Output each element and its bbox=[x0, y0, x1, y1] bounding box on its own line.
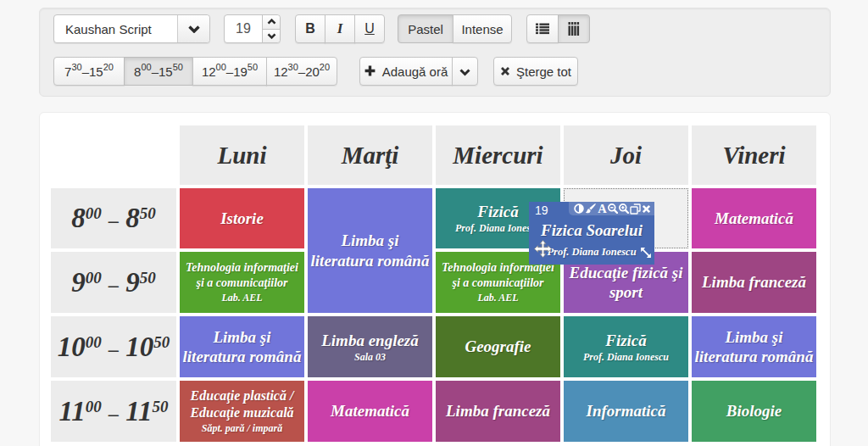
lesson-cell[interactable]: Limba şi literatura română bbox=[180, 316, 304, 377]
time-minutes-sup: 50 bbox=[140, 204, 156, 222]
table-row: 1000 – 1050 Limba şi literatura română L… bbox=[51, 316, 816, 377]
preset-dash: – bbox=[152, 64, 159, 79]
lesson-cell[interactable]: Biologie bbox=[692, 381, 816, 442]
lesson-cell[interactable]: Geografie bbox=[436, 316, 560, 377]
preset-730-1520[interactable]: 730–1520 bbox=[53, 57, 125, 86]
lesson-title-line: Limba şi bbox=[341, 231, 398, 249]
chevron-down-icon bbox=[459, 64, 470, 79]
preset-1230-2020[interactable]: 1230–2020 bbox=[266, 57, 337, 86]
font-size-spinner[interactable]: 19 bbox=[224, 14, 281, 43]
lesson-title-line: şi a comunicaţiilor bbox=[196, 276, 287, 289]
lesson-cell[interactable]: Informatică bbox=[564, 381, 688, 442]
time-hour: 9 bbox=[71, 267, 86, 298]
corner-cell bbox=[51, 125, 176, 185]
lesson-title-line: Fizică bbox=[477, 203, 519, 220]
lesson-cell[interactable]: Limba şi literatura română bbox=[692, 316, 816, 377]
time-hour: 8 bbox=[71, 203, 86, 233]
time-hour: 11 bbox=[125, 396, 152, 426]
font-family-select[interactable]: Kaushan Script bbox=[53, 14, 210, 43]
lesson-title-line: Fizică bbox=[605, 332, 647, 349]
lesson-cell[interactable]: Limba franceză bbox=[692, 252, 816, 313]
text-style-group: B I U bbox=[295, 14, 385, 43]
font-icon[interactable]: A bbox=[597, 203, 608, 214]
spin-down-icon[interactable] bbox=[262, 30, 280, 43]
move-icon[interactable] bbox=[534, 240, 552, 261]
preset-minutes-sup: 50 bbox=[248, 62, 258, 72]
zoom-in-icon[interactable] bbox=[619, 203, 629, 214]
contrast-icon[interactable] bbox=[574, 203, 584, 214]
preset-minutes-sup: 20 bbox=[320, 62, 330, 72]
preset-hour: 12 bbox=[202, 64, 216, 79]
preset-minutes-sup: 20 bbox=[103, 62, 114, 72]
table-row: 900 – 950 Tehnologia informaţiei şi a co… bbox=[51, 252, 816, 313]
lesson-title-line: Limba şi bbox=[725, 328, 782, 346]
lesson-title-line: Biologie bbox=[726, 402, 782, 420]
lesson-cell[interactable]: Matematică bbox=[308, 381, 432, 442]
lesson-title-line: Informatică bbox=[587, 402, 666, 420]
add-hour-label: Adaugă oră bbox=[382, 64, 448, 79]
lesson-cell[interactable]: Limba engleză Sala 03 bbox=[308, 316, 432, 377]
preset-minutes-sup: 50 bbox=[173, 62, 183, 72]
preset-hour: 12 bbox=[274, 64, 288, 79]
lesson-title-line: Educaţie plastică / bbox=[191, 388, 294, 403]
intense-button[interactable]: Intense bbox=[453, 14, 512, 43]
italic-button[interactable]: I bbox=[325, 14, 355, 43]
lesson-title-line: şi a comunicaţiilor bbox=[452, 276, 543, 289]
spin-up-icon[interactable] bbox=[262, 15, 280, 30]
lesson-title-line: Matematică bbox=[715, 209, 793, 227]
preset-1200-1950[interactable]: 1200–1950 bbox=[192, 57, 267, 86]
timetable-app: Kaushan Script 19 B I U Pastel Inten bbox=[0, 0, 868, 446]
lesson-title-line: Limba şi bbox=[213, 328, 270, 346]
lesson-subtext: Lab. AEL bbox=[180, 292, 304, 304]
clear-all-button[interactable]: Şterge tot bbox=[493, 57, 578, 86]
lesson-title-line: sport bbox=[609, 283, 643, 301]
add-hour-button[interactable]: Adaugă oră bbox=[359, 57, 453, 86]
lesson-title-line: Educaţie fizică şi bbox=[569, 264, 682, 282]
time-minutes-sup: 00 bbox=[86, 398, 102, 415]
brush-icon[interactable] bbox=[585, 203, 596, 214]
time-dash: – bbox=[108, 209, 119, 231]
time-label-9: 900 – 950 bbox=[51, 252, 176, 313]
rows-view-button[interactable] bbox=[526, 14, 559, 43]
time-dash: – bbox=[108, 338, 119, 360]
lesson-title-line: Matematică bbox=[331, 402, 409, 420]
header-row: Luni Marţi Miercuri Joi Vineri bbox=[51, 125, 816, 185]
palette-group: Pastel Intense bbox=[398, 14, 512, 43]
timetable: Luni Marţi Miercuri Joi Vineri 800 – 850… bbox=[47, 122, 820, 445]
time-label-11: 1100 – 1150 bbox=[51, 381, 176, 442]
bold-button[interactable]: B bbox=[295, 14, 326, 43]
timetable-card: Luni Marţi Miercuri Joi Vineri 800 – 850… bbox=[39, 112, 831, 446]
time-dash: – bbox=[108, 274, 119, 296]
lesson-cell[interactable]: Fizică Prof. Diana Ionescu bbox=[564, 316, 688, 377]
time-label-8: 800 – 850 bbox=[51, 188, 176, 248]
copy-icon[interactable] bbox=[630, 203, 641, 215]
pastel-button[interactable]: Pastel bbox=[398, 14, 453, 43]
day-header-marti: Marţi bbox=[308, 125, 432, 185]
font-family-value: Kaushan Script bbox=[54, 22, 177, 36]
day-header-joi: Joi bbox=[564, 125, 688, 185]
dragged-lesson-widget[interactable]: 19 A Fizica Soarelui P bbox=[529, 202, 654, 265]
resize-icon[interactable] bbox=[640, 247, 652, 262]
lesson-cell[interactable]: Educaţie plastică / Educaţie muzicală Să… bbox=[180, 381, 304, 442]
lesson-title-line: Limba engleză bbox=[321, 332, 419, 349]
lesson-cell[interactable]: Limba franceză bbox=[436, 381, 560, 442]
time-minutes-sup: 00 bbox=[86, 269, 102, 287]
underline-button[interactable]: U bbox=[354, 14, 385, 43]
preset-hour: 8 bbox=[134, 64, 141, 79]
preset-hour: 15 bbox=[159, 64, 173, 79]
close-icon[interactable] bbox=[642, 204, 651, 214]
day-header-luni: Luni bbox=[180, 125, 304, 185]
zoom-out-icon[interactable] bbox=[608, 203, 618, 214]
add-hour-dropdown-button[interactable] bbox=[452, 57, 478, 86]
chevron-down-icon[interactable] bbox=[177, 15, 209, 42]
lesson-cell[interactable]: Matematică bbox=[692, 188, 816, 248]
preset-800-1550[interactable]: 800–1550 bbox=[124, 57, 193, 86]
columns-view-button[interactable] bbox=[558, 14, 590, 43]
lesson-cell[interactable]: Tehnologia informaţiei şi a comunicaţiil… bbox=[180, 252, 304, 313]
font-size-badge: 19 bbox=[535, 203, 548, 217]
preset-dash: – bbox=[298, 64, 305, 79]
preset-minutes-sup: 00 bbox=[141, 62, 151, 72]
time-minutes-sup: 00 bbox=[86, 204, 102, 222]
lesson-cell[interactable]: Istorie bbox=[180, 188, 304, 248]
lesson-cell[interactable]: Limba şi literatura română bbox=[308, 188, 432, 313]
